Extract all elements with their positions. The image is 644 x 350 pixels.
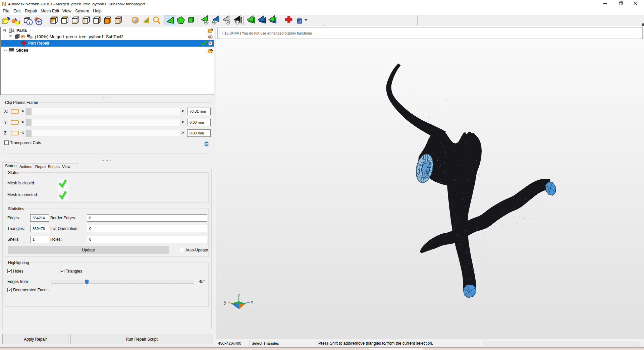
- svg-text:x: x: [251, 299, 253, 304]
- svg-text:y: y: [224, 300, 226, 305]
- svg-text:i: i: [29, 20, 30, 25]
